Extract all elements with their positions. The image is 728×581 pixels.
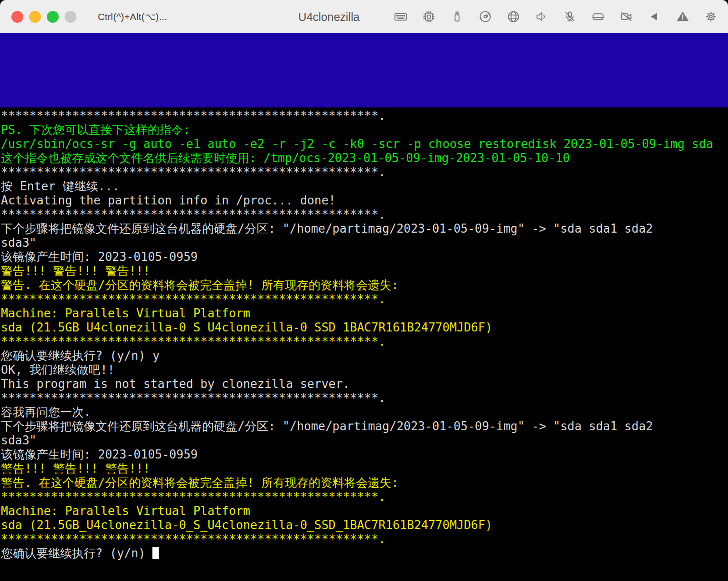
terminal-line: sda (21.5GB_U4clonezilla-0_S_U4clonezill… [1,518,728,532]
terminal-line: ****************************************… [1,532,728,546]
terminal-line: sda3" [1,236,728,250]
terminal-line: ****************************************… [1,208,728,222]
terminal-line: PS. 下次您可以直接下这样的指令: [1,123,728,137]
terminal-line: OK, 我们继续做吧!! [1,363,728,377]
terminal-line: sda3" [1,433,728,448]
shortcut-hint: Ctrl(^)+Alt(⌥)... [98,11,167,22]
terminal-line: 容我再问您一次. [1,405,728,419]
terminal-line: ****************************************… [1,490,728,504]
window-titlebar[interactable]: Ctrl(^)+Alt(⌥)... U4clonezilla [0,0,728,33]
sound-icon[interactable] [535,10,549,24]
back-triangle-icon[interactable] [647,10,662,24]
keyboard-icon[interactable] [394,10,408,24]
extra-button[interactable] [65,11,76,23]
status-icon-bar [394,10,728,24]
terminal-line: 警告!!! 警告!!! 警告!!! [1,462,728,476]
vm-screen[interactable]: ****************************************… [0,33,728,581]
warning-triangle-icon[interactable] [676,10,690,24]
zoom-button[interactable] [47,11,59,23]
usb-icon[interactable] [450,10,464,24]
harddisk-icon[interactable] [591,10,605,24]
terminal-line: ****************************************… [1,335,728,349]
camera-off-icon[interactable] [619,10,633,24]
terminal-line: 这个指令也被存成这个文件名供后续需要时使用: /tmp/ocs-2023-01-… [1,151,728,165]
terminal-line: Activating the partition info in /proc..… [1,194,728,208]
terminal-line: ****************************************… [1,109,728,123]
terminal-line: ****************************************… [1,165,728,179]
terminal-line: 该镜像产生时间: 2023-0105-0959 [1,448,728,462]
terminal-line: /usr/sbin/ocs-sr -g auto -e1 auto -e2 -r… [1,137,728,151]
traffic-lights [0,11,76,23]
minimize-button[interactable] [29,11,41,23]
terminal-line: ****************************************… [1,391,728,405]
terminal-prompt-line: 您确认要继续执行? (y/n) [1,546,728,561]
terminal-line: 该镜像产生时间: 2023-0105-0959 [1,250,728,264]
close-button[interactable] [11,11,23,23]
terminal-line: 按 Enter 键继续... [1,179,728,194]
microphone-muted-icon[interactable] [563,10,577,24]
terminal-line: This program is not started by clonezill… [1,377,728,391]
terminal-output[interactable]: ****************************************… [0,107,728,561]
window-title: U4clonezilla [298,10,360,23]
terminal-line: 下个步骤将把镜像文件还原到这台机器的硬盘/分区: "/home/partimag… [1,222,728,236]
vm-window: Ctrl(^)+Alt(⌥)... U4clonezilla [0,0,728,581]
cd-icon[interactable] [478,10,492,24]
terminal-line: Machine: Parallels Virtual Platform [1,306,728,321]
network-globe-icon[interactable] [506,10,521,24]
gear-icon[interactable] [704,10,718,24]
terminal-line: sda (21.5GB_U4clonezilla-0_S_U4clonezill… [1,321,728,335]
terminal-line: 警告. 在这个硬盘/分区的资料将会被完全盖掉! 所有现存的资料将会遗失: [1,278,728,292]
terminal-line: 警告. 在这个硬盘/分区的资料将会被完全盖掉! 所有现存的资料将会遗失: [1,476,728,490]
terminal-cursor [152,547,159,559]
cpu-icon[interactable] [422,10,436,24]
terminal-line: ****************************************… [1,292,728,306]
terminal-line: 您确认要继续执行? (y/n) y [1,349,728,363]
terminal-line: 警告!!! 警告!!! 警告!!! [1,264,728,278]
terminal-line: 下个步骤将把镜像文件还原到这台机器的硬盘/分区: "/home/partimag… [1,419,728,433]
terminal-line: Machine: Parallels Virtual Platform [1,504,728,518]
console-blue-band [0,33,728,107]
